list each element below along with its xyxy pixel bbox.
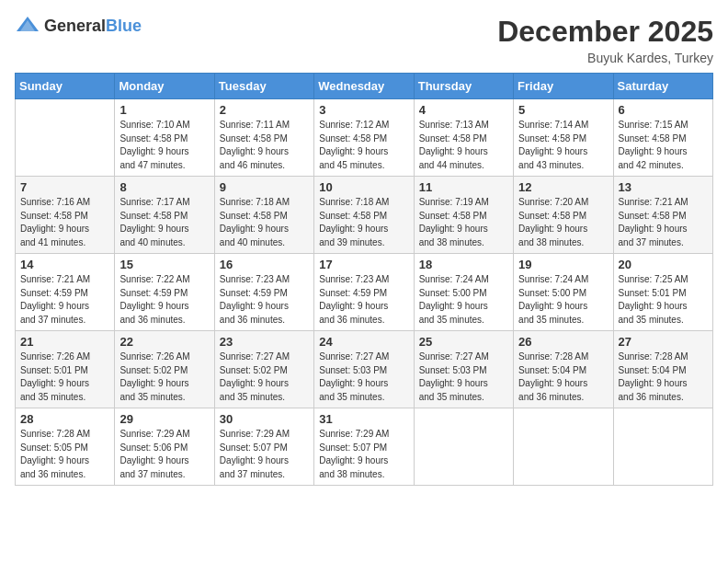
calendar-cell: 10Sunrise: 7:18 AM Sunset: 4:58 PM Dayli… [314, 177, 414, 254]
day-number: 3 [319, 103, 408, 117]
calendar-cell: 20Sunrise: 7:25 AM Sunset: 5:01 PM Dayli… [613, 254, 712, 331]
day-info: Sunrise: 7:18 AM Sunset: 4:58 PM Dayligh… [319, 196, 408, 249]
calendar-cell: 13Sunrise: 7:21 AM Sunset: 4:58 PM Dayli… [613, 177, 712, 254]
calendar-cell [613, 408, 712, 486]
header-day-tuesday: Tuesday [214, 74, 313, 99]
day-number: 1 [119, 103, 209, 117]
day-number: 26 [518, 335, 608, 349]
day-number: 7 [20, 180, 109, 194]
day-number: 2 [220, 103, 309, 117]
calendar-header-row: SundayMondayTuesdayWednesdayThursdayFrid… [16, 74, 713, 99]
day-info: Sunrise: 7:29 AM Sunset: 5:06 PM Dayligh… [119, 428, 209, 481]
calendar-cell: 7Sunrise: 7:16 AM Sunset: 4:58 PM Daylig… [16, 177, 115, 254]
day-number: 15 [119, 258, 209, 271]
day-info: Sunrise: 7:23 AM Sunset: 4:59 PM Dayligh… [319, 273, 408, 327]
calendar-cell: 29Sunrise: 7:29 AM Sunset: 5:06 PM Dayli… [115, 408, 214, 486]
calendar-cell: 17Sunrise: 7:23 AM Sunset: 4:59 PM Dayli… [314, 254, 414, 331]
calendar-cell: 6Sunrise: 7:15 AM Sunset: 4:58 PM Daylig… [613, 99, 712, 177]
day-info: Sunrise: 7:28 AM Sunset: 5:05 PM Dayligh… [20, 428, 109, 481]
calendar-cell: 18Sunrise: 7:24 AM Sunset: 5:00 PM Dayli… [414, 254, 513, 331]
calendar-cell: 1Sunrise: 7:10 AM Sunset: 4:58 PM Daylig… [115, 99, 214, 177]
day-number: 11 [419, 180, 508, 194]
day-number: 29 [119, 412, 209, 426]
week-row-4: 21Sunrise: 7:26 AM Sunset: 5:01 PM Dayli… [16, 331, 713, 408]
title-block: December 2025 Buyuk Kardes, Turkey [497, 15, 713, 65]
day-info: Sunrise: 7:22 AM Sunset: 4:59 PM Dayligh… [119, 273, 209, 327]
calendar-cell [414, 408, 513, 486]
day-number: 27 [619, 335, 708, 349]
day-info: Sunrise: 7:25 AM Sunset: 5:01 PM Dayligh… [619, 273, 708, 327]
day-number: 16 [220, 258, 309, 271]
header-day-monday: Monday [115, 74, 214, 99]
day-info: Sunrise: 7:26 AM Sunset: 5:01 PM Dayligh… [20, 350, 109, 404]
calendar-cell: 8Sunrise: 7:17 AM Sunset: 4:58 PM Daylig… [115, 177, 214, 254]
day-number: 10 [319, 180, 408, 194]
calendar-cell: 23Sunrise: 7:27 AM Sunset: 5:02 PM Dayli… [214, 331, 313, 408]
day-info: Sunrise: 7:27 AM Sunset: 5:03 PM Dayligh… [419, 350, 508, 404]
day-info: Sunrise: 7:29 AM Sunset: 5:07 PM Dayligh… [319, 428, 408, 481]
calendar-cell: 9Sunrise: 7:18 AM Sunset: 4:58 PM Daylig… [214, 177, 313, 254]
logo-icon [15, 15, 40, 37]
calendar-cell: 2Sunrise: 7:11 AM Sunset: 4:58 PM Daylig… [214, 99, 313, 177]
header-day-sunday: Sunday [16, 74, 115, 99]
calendar-cell: 28Sunrise: 7:28 AM Sunset: 5:05 PM Dayli… [16, 408, 115, 486]
logo-text-general: General [44, 17, 106, 35]
day-info: Sunrise: 7:18 AM Sunset: 4:58 PM Dayligh… [220, 196, 309, 249]
week-row-5: 28Sunrise: 7:28 AM Sunset: 5:05 PM Dayli… [16, 408, 713, 486]
day-info: Sunrise: 7:19 AM Sunset: 4:58 PM Dayligh… [419, 196, 508, 249]
calendar-cell: 25Sunrise: 7:27 AM Sunset: 5:03 PM Dayli… [414, 331, 513, 408]
calendar-cell: 11Sunrise: 7:19 AM Sunset: 4:58 PM Dayli… [414, 177, 513, 254]
day-info: Sunrise: 7:14 AM Sunset: 4:58 PM Dayligh… [518, 119, 608, 172]
day-info: Sunrise: 7:27 AM Sunset: 5:03 PM Dayligh… [319, 350, 408, 404]
month-title: December 2025 [497, 15, 713, 49]
calendar-cell: 19Sunrise: 7:24 AM Sunset: 5:00 PM Dayli… [514, 254, 613, 331]
header-day-wednesday: Wednesday [314, 74, 414, 99]
day-number: 20 [619, 258, 708, 271]
calendar-cell: 21Sunrise: 7:26 AM Sunset: 5:01 PM Dayli… [16, 331, 115, 408]
day-number: 30 [220, 412, 309, 426]
calendar-cell: 12Sunrise: 7:20 AM Sunset: 4:58 PM Dayli… [514, 177, 613, 254]
day-info: Sunrise: 7:16 AM Sunset: 4:58 PM Dayligh… [20, 196, 109, 249]
calendar-table: SundayMondayTuesdayWednesdayThursdayFrid… [15, 73, 713, 486]
calendar-cell: 27Sunrise: 7:28 AM Sunset: 5:04 PM Dayli… [613, 331, 712, 408]
day-info: Sunrise: 7:27 AM Sunset: 5:02 PM Dayligh… [220, 350, 309, 404]
day-number: 5 [518, 103, 608, 117]
day-number: 17 [319, 258, 408, 271]
day-number: 4 [419, 103, 508, 117]
calendar-cell: 24Sunrise: 7:27 AM Sunset: 5:03 PM Dayli… [314, 331, 414, 408]
day-number: 25 [419, 335, 508, 349]
header-day-saturday: Saturday [613, 74, 712, 99]
day-info: Sunrise: 7:12 AM Sunset: 4:58 PM Dayligh… [319, 119, 408, 172]
calendar-cell [16, 99, 115, 177]
day-info: Sunrise: 7:11 AM Sunset: 4:58 PM Dayligh… [220, 119, 309, 172]
day-info: Sunrise: 7:17 AM Sunset: 4:58 PM Dayligh… [119, 196, 209, 249]
calendar-cell: 30Sunrise: 7:29 AM Sunset: 5:07 PM Dayli… [214, 408, 313, 486]
calendar-cell: 3Sunrise: 7:12 AM Sunset: 4:58 PM Daylig… [314, 99, 414, 177]
week-row-2: 7Sunrise: 7:16 AM Sunset: 4:58 PM Daylig… [16, 177, 713, 254]
day-number: 28 [20, 412, 109, 426]
day-number: 14 [20, 258, 109, 271]
week-row-1: 1Sunrise: 7:10 AM Sunset: 4:58 PM Daylig… [16, 99, 713, 177]
day-info: Sunrise: 7:24 AM Sunset: 5:00 PM Dayligh… [518, 273, 608, 327]
calendar-cell: 22Sunrise: 7:26 AM Sunset: 5:02 PM Dayli… [115, 331, 214, 408]
logo: GeneralBlue [15, 15, 142, 37]
day-number: 18 [419, 258, 508, 271]
day-info: Sunrise: 7:26 AM Sunset: 5:02 PM Dayligh… [119, 350, 209, 404]
calendar-cell: 16Sunrise: 7:23 AM Sunset: 4:59 PM Dayli… [214, 254, 313, 331]
day-number: 12 [518, 180, 608, 194]
day-info: Sunrise: 7:15 AM Sunset: 4:58 PM Dayligh… [619, 119, 708, 172]
day-number: 23 [220, 335, 309, 349]
day-number: 19 [518, 258, 608, 271]
day-number: 21 [20, 335, 109, 349]
day-info: Sunrise: 7:23 AM Sunset: 4:59 PM Dayligh… [220, 273, 309, 327]
day-info: Sunrise: 7:20 AM Sunset: 4:58 PM Dayligh… [518, 196, 608, 249]
header-day-friday: Friday [514, 74, 613, 99]
logo-text-blue: Blue [106, 17, 142, 35]
day-info: Sunrise: 7:24 AM Sunset: 5:00 PM Dayligh… [419, 273, 508, 327]
day-number: 9 [220, 180, 309, 194]
day-info: Sunrise: 7:29 AM Sunset: 5:07 PM Dayligh… [220, 428, 309, 481]
day-info: Sunrise: 7:21 AM Sunset: 4:59 PM Dayligh… [20, 273, 109, 327]
day-number: 31 [319, 412, 408, 426]
day-number: 6 [619, 103, 708, 117]
day-number: 13 [619, 180, 708, 194]
